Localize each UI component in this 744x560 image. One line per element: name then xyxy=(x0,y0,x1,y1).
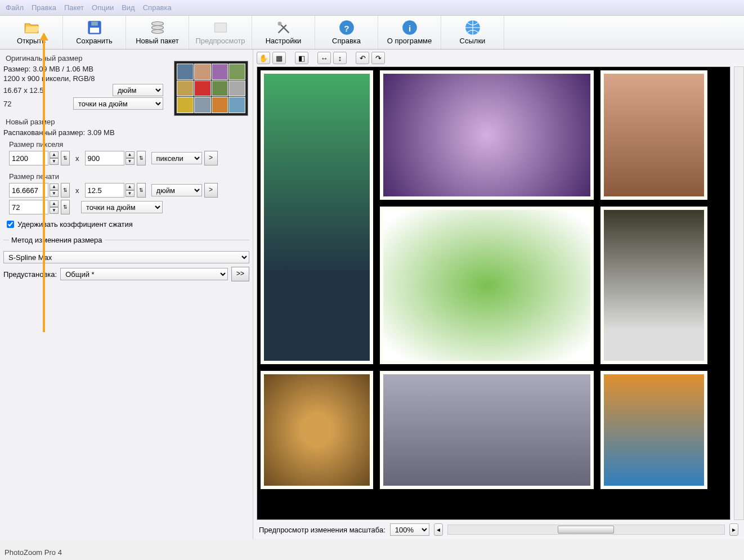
preview-toolbar: ✋ ▦ ◧ ↔ ↕ ↶ ↷ xyxy=(253,50,744,66)
save-button[interactable]: Сохранить xyxy=(63,16,126,49)
batch-icon xyxy=(150,20,165,35)
help-button[interactable]: ? Справка xyxy=(315,16,378,49)
svg-rect-2 xyxy=(91,22,98,26)
link-print-button-2[interactable]: ⇅ xyxy=(137,183,146,198)
marquee-tool-button[interactable]: ▦ xyxy=(272,52,286,64)
method-title: Метод изменения размера xyxy=(9,236,105,244)
size-label: Размер: xyxy=(3,65,30,73)
hand-icon: ✋ xyxy=(259,54,268,62)
height-px-input[interactable] xyxy=(85,151,124,165)
svg-point-7 xyxy=(277,22,281,26)
rotate-left-button[interactable]: ↶ xyxy=(356,52,369,64)
method-select[interactable]: S-Spline Max xyxy=(3,251,249,263)
svg-point-5 xyxy=(151,30,163,34)
floppy-disk-icon xyxy=(87,20,102,35)
horizontal-scrollbar[interactable] xyxy=(447,525,725,535)
globe-icon xyxy=(465,20,481,35)
main-toolbar: Открыть Сохранить Новый пакет Предпросмо… xyxy=(0,16,744,50)
newbatch-label: Новый пакет xyxy=(136,37,179,45)
print-unit-select[interactable]: дюйм xyxy=(151,184,202,196)
original-unit-select[interactable]: дюйм xyxy=(113,84,163,96)
link-print-button[interactable]: ⇅ xyxy=(61,183,70,198)
flip-v-icon: ↕ xyxy=(338,54,342,62)
rotate-right-icon: ↷ xyxy=(375,54,382,62)
svg-point-4 xyxy=(151,26,163,30)
menu-options[interactable]: Опции xyxy=(89,2,116,13)
marquee-icon: ▦ xyxy=(276,54,283,62)
left-panel: Оригинальный размер Размер: 3.09 MB / 1.… xyxy=(0,50,253,539)
crop-tool-button[interactable]: ◧ xyxy=(295,52,308,64)
new-size-title: Новый размер xyxy=(3,115,249,127)
preview-image xyxy=(261,371,373,489)
scroll-right-button[interactable]: ▸ xyxy=(729,523,738,536)
rotate-right-button[interactable]: ↷ xyxy=(371,52,385,64)
height-up[interactable]: ▲ xyxy=(126,151,135,158)
preview-canvas[interactable] xyxy=(257,66,730,520)
wprint-up[interactable]: ▲ xyxy=(50,183,59,190)
width-down[interactable]: ▼ xyxy=(50,158,59,165)
res-unit-select[interactable]: точки на дюйм xyxy=(81,201,163,213)
original-print-dims: 16.67 x 12.5 xyxy=(3,86,110,95)
preview-label: Предпросмотр xyxy=(195,37,245,45)
vertical-scrollbar[interactable] xyxy=(734,66,744,520)
menu-help[interactable]: Справка xyxy=(141,2,174,13)
unpacked-value: 3.09 MB xyxy=(87,128,114,137)
crop-icon: ◧ xyxy=(298,54,305,62)
preset-select[interactable]: Общий * xyxy=(60,268,228,280)
link-px-button-2[interactable]: ⇅ xyxy=(137,151,146,165)
flip-h-icon: ↔ xyxy=(321,54,328,62)
px-unit-select[interactable]: пиксели xyxy=(151,152,202,164)
height-down[interactable]: ▼ xyxy=(126,158,135,165)
open-button[interactable]: Открыть xyxy=(0,16,63,49)
wprint-down[interactable]: ▼ xyxy=(50,190,59,197)
svg-point-3 xyxy=(151,22,163,26)
original-resunit-select[interactable]: точки на дюйм xyxy=(73,97,163,110)
width-up[interactable]: ▲ xyxy=(50,151,59,158)
px-more-button[interactable]: > xyxy=(204,151,218,165)
status-bar: PhotoZoom Pro 4 xyxy=(5,548,62,557)
tools-icon xyxy=(276,20,292,35)
links-button[interactable]: Ссылки xyxy=(441,16,504,49)
res-up[interactable]: ▲ xyxy=(50,200,59,207)
height-print-input[interactable] xyxy=(85,183,124,198)
menu-batch[interactable]: Пакет xyxy=(62,2,86,13)
preset-more-button[interactable]: >> xyxy=(231,267,249,281)
menu-edit[interactable]: Правка xyxy=(29,2,59,13)
preview-image xyxy=(261,70,373,364)
preview-image xyxy=(380,70,594,200)
preview-image xyxy=(380,207,594,364)
svg-text:i: i xyxy=(408,24,410,33)
hprint-down[interactable]: ▼ xyxy=(126,190,135,197)
preset-label: Предустановка: xyxy=(3,270,57,279)
settings-label: Настройки xyxy=(266,37,302,45)
zoom-select[interactable]: 100% xyxy=(390,523,429,536)
size-value: 3.09 MB / 1.06 MB xyxy=(33,65,93,73)
pixel-size-label: Размер пикселя xyxy=(3,138,249,150)
navigator-thumbnail[interactable] xyxy=(174,61,248,116)
links-label: Ссылки xyxy=(460,37,486,45)
flip-v-button[interactable]: ↕ xyxy=(333,52,347,64)
preview-image xyxy=(600,371,707,489)
svg-text:?: ? xyxy=(344,24,349,33)
keep-ratio-checkbox[interactable] xyxy=(7,221,14,228)
hand-tool-button[interactable]: ✋ xyxy=(257,52,270,64)
flip-h-button[interactable]: ↔ xyxy=(317,52,331,64)
menu-file[interactable]: Файл xyxy=(3,2,26,13)
about-label: О программе xyxy=(387,37,432,45)
svg-rect-6 xyxy=(214,23,226,32)
link-px-button[interactable]: ⇅ xyxy=(61,151,70,165)
link-res-button[interactable]: ⇅ xyxy=(61,200,70,214)
scroll-left-button[interactable]: ◂ xyxy=(434,523,443,536)
settings-button[interactable]: Настройки xyxy=(252,16,315,49)
res-down[interactable]: ▼ xyxy=(50,207,59,214)
preview-image xyxy=(600,70,707,200)
print-more-button[interactable]: > xyxy=(204,183,218,198)
method-divider: Метод изменения размера xyxy=(3,240,249,251)
about-button[interactable]: i О программе xyxy=(378,16,441,49)
preview-image xyxy=(600,207,707,364)
menu-view[interactable]: Вид xyxy=(119,2,137,13)
menubar: Файл Правка Пакет Опции Вид Справка xyxy=(0,0,744,16)
hprint-up[interactable]: ▲ xyxy=(126,183,135,190)
new-batch-button[interactable]: Новый пакет xyxy=(126,16,189,49)
print-size-label: Размер печати xyxy=(3,170,249,182)
